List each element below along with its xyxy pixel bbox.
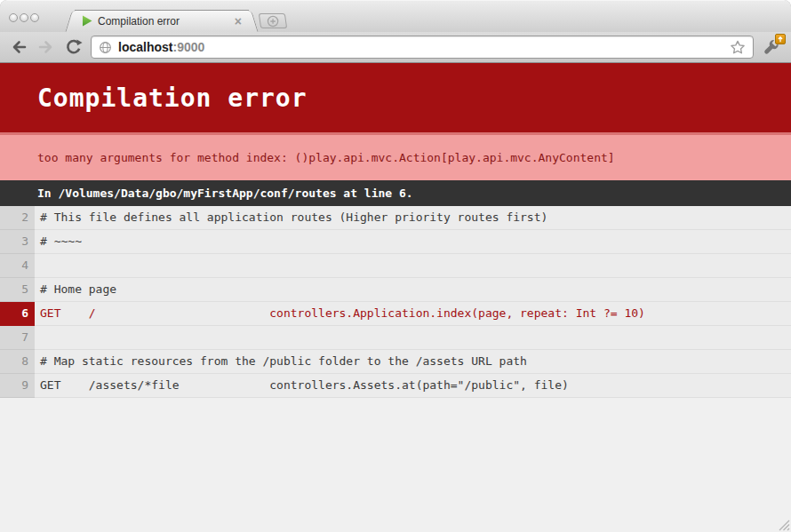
line-number: 9 (0, 374, 35, 398)
error-message: too many arguments for method index: ()p… (37, 151, 615, 164)
page-content: Compilation error too many arguments for… (0, 63, 791, 532)
code-listing: 2 # This file defines all application ro… (0, 206, 791, 398)
line-number: 5 (0, 278, 35, 302)
resize-grip[interactable] (777, 518, 790, 531)
code-row: 8 # Map static resources from the /publi… (0, 350, 791, 374)
code-row: 7 (0, 326, 791, 350)
code-row: 3 # ~~~~ (0, 230, 791, 254)
plus-circle-icon (267, 15, 279, 28)
line-number: 7 (0, 326, 35, 350)
address-bar[interactable]: localhost:9000 (91, 36, 754, 59)
browser-menu-button[interactable] (760, 36, 783, 59)
url-host: localhost (118, 40, 172, 54)
code-line: GET /assets/*file controllers.Assets.at(… (35, 374, 791, 398)
browser-toolbar: localhost:9000 (0, 32, 791, 63)
code-line: GET / controllers.Application.index(page… (35, 302, 791, 326)
play-framework-favicon-icon (82, 15, 92, 27)
back-button[interactable] (8, 36, 29, 58)
tab-compilation-error[interactable]: Compilation error × (75, 10, 249, 32)
code-line: # This file defines all application rout… (35, 206, 791, 230)
code-line: # Map static resources from the /public … (35, 350, 791, 374)
new-tab-button[interactable] (259, 13, 287, 28)
code-row: 2 # This file defines all application ro… (0, 206, 791, 230)
code-row: 9 GET /assets/*file controllers.Assets.a… (0, 374, 791, 398)
error-location: In /Volumes/Data/gbo/myFirstApp/conf/rou… (37, 187, 413, 200)
error-message-band: too many arguments for method index: ()p… (0, 132, 791, 180)
close-window-button[interactable] (9, 13, 18, 22)
line-number: 4 (0, 254, 35, 278)
line-number: 2 (0, 206, 35, 230)
line-number: 6 (0, 302, 35, 326)
tab-strip: Compilation error × (0, 0, 791, 32)
browser-window: Compilation error × (0, 0, 791, 532)
star-outline-icon (730, 39, 746, 55)
back-arrow-icon (10, 38, 28, 56)
globe-icon (99, 41, 112, 54)
url-port: :9000 (172, 40, 204, 54)
minimize-window-button[interactable] (20, 13, 28, 22)
window-controls (9, 13, 40, 22)
page-title: Compilation error (37, 83, 308, 113)
forward-arrow-icon (37, 38, 55, 56)
error-location-bar: In /Volumes/Data/gbo/myFirstApp/conf/rou… (0, 180, 791, 206)
reload-icon (65, 38, 83, 56)
code-row: 6 GET / controllers.Application.index(pa… (0, 302, 791, 326)
tab-close-icon[interactable]: × (231, 16, 245, 27)
code-line (35, 254, 791, 278)
zoom-window-button[interactable] (30, 13, 39, 22)
line-number: 8 (0, 350, 35, 374)
line-number: 3 (0, 230, 35, 254)
code-line: # ~~~~ (35, 230, 791, 254)
code-row: 5 # Home page (0, 278, 791, 302)
forward-button[interactable] (36, 36, 57, 58)
update-badge-icon (775, 34, 786, 44)
code-line (35, 326, 791, 350)
tab-title: Compilation error (98, 15, 226, 28)
error-header: Compilation error (0, 63, 791, 132)
code-line: # Home page (35, 278, 791, 302)
code-row: 4 (0, 254, 791, 278)
reload-button[interactable] (63, 36, 84, 58)
bookmark-star-button[interactable] (730, 39, 746, 55)
